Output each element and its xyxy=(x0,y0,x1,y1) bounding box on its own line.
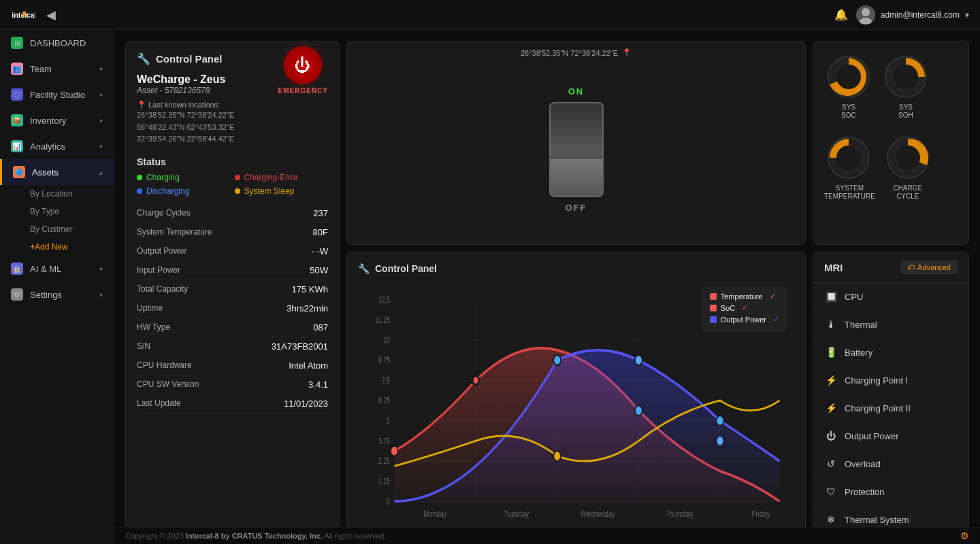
legend-temperature: Temperature ✓ xyxy=(710,292,779,301)
sidebar-label-assets: Assets xyxy=(32,167,59,177)
navbar-right: 🔔 admin@intercal8.com ▾ xyxy=(834,5,969,24)
settings-icon: ⚙ xyxy=(11,288,23,301)
user-email: admin@intercal8.com xyxy=(881,10,960,20)
stats-table: Charge Cycles237System Temperature80FOut… xyxy=(137,204,328,413)
location-label: 📍 Last known locations: xyxy=(137,101,234,109)
navbar: inter cal ◀ 🔔 admin@intercal8.com ▾ xyxy=(0,0,980,30)
stat-label: Charge Cycles xyxy=(137,208,191,218)
stat-value: 50W xyxy=(310,265,328,275)
gauge-charge-cycle: CHARGE CYCLE xyxy=(883,133,932,201)
chart-card: 🔧 Control Panel xyxy=(346,252,806,533)
stat-label: Uptime xyxy=(137,303,163,313)
toggle-container: ON OFF xyxy=(549,86,604,213)
status-system-sleep: System Sleep xyxy=(235,186,329,196)
svg-text:Thursday: Thursday xyxy=(666,508,693,518)
right-panel: MRI 🏷 Advanced 🔲CPU🌡Thermal🔋Battery⚡Char… xyxy=(813,252,969,533)
stat-label: Total Capacity xyxy=(137,284,188,294)
svg-text:2.25: 2.25 xyxy=(378,457,390,466)
table-row: S/N31A73FB2001 xyxy=(137,337,328,356)
charging-error-dot xyxy=(235,175,240,180)
battery-toggle-card: 26°38'52.35"N 72°38'24.22"E 📍 ON OFF xyxy=(346,41,806,245)
right-nav-item-charging-point-ii[interactable]: ⚡Charging Point II xyxy=(813,394,968,422)
system-sleep-dot xyxy=(235,188,240,194)
svg-text:11.25: 11.25 xyxy=(376,316,391,324)
stat-value: 175 KWh xyxy=(292,284,328,294)
table-row: CPU HardwareIntel Atom xyxy=(137,356,328,375)
charging-dot xyxy=(137,175,142,180)
stat-value: 087 xyxy=(313,322,328,333)
gauge-sys-soc-svg xyxy=(824,52,873,101)
sidebar-sub-by-customer[interactable]: By Custmer xyxy=(0,220,114,238)
stat-value: 11/01/2023 xyxy=(284,398,328,409)
soc-legend-dot xyxy=(710,305,717,311)
svg-point-30 xyxy=(635,405,642,415)
device-header-row: WeCharge - Zeus Asset - 5782136578 📍 Las… xyxy=(137,73,328,146)
dropdown-icon[interactable]: ▾ xyxy=(965,10,969,20)
stat-value: 3hrs22min xyxy=(287,303,328,313)
svg-point-3 xyxy=(862,8,870,16)
right-nav-item-charging-point-i[interactable]: ⚡Charging Point I xyxy=(813,367,968,394)
status-grid: Charging Charging-Error Discharging Syst… xyxy=(137,173,328,196)
stat-label: CPU Hardware xyxy=(137,360,192,370)
user-info[interactable]: admin@intercal8.com ▾ xyxy=(856,5,969,24)
svg-text:7.5: 7.5 xyxy=(382,376,390,385)
ai-arrow-icon: ▾ xyxy=(99,265,103,273)
sidebar-item-analytics[interactable]: 📊 Analytics ▾ xyxy=(0,133,114,159)
cpu-icon: 🔲 xyxy=(824,290,838,303)
sidebar-item-facility[interactable]: ⬡ Facility Studio ▾ xyxy=(0,82,114,107)
table-row: Output Power- -W xyxy=(137,242,328,261)
svg-point-29 xyxy=(553,355,561,365)
svg-text:12.5: 12.5 xyxy=(378,296,390,305)
on-label: ON xyxy=(568,86,585,97)
svg-text:Tuesday: Tuesday xyxy=(504,508,529,518)
right-nav-item-battery[interactable]: 🔋Battery xyxy=(813,339,968,367)
status-discharging: Discharging xyxy=(137,186,231,196)
system-sleep-label: System Sleep xyxy=(244,186,295,196)
charging-point-ii-label: Charging Point II xyxy=(845,403,911,413)
right-nav-item-cpu[interactable]: 🔲CPU xyxy=(813,283,968,311)
asset-id: Asset - 5782136578 xyxy=(137,86,234,95)
sidebar-sub-by-location[interactable]: By Location xyxy=(0,185,114,203)
sidebar-label-analytics: Analytics xyxy=(30,141,65,152)
sidebar-item-ai[interactable]: 🤖 AI & ML ▾ xyxy=(0,256,114,282)
gauge-sys-soc: SYS SOC xyxy=(824,52,873,120)
sidebar-item-inventory[interactable]: 📦 Inventory ▾ xyxy=(0,107,114,133)
status-title: Status xyxy=(137,156,328,167)
status-charging: Charging xyxy=(137,173,231,182)
emergency-label: EMERGENCY xyxy=(278,87,328,95)
overload-label: Overload xyxy=(845,459,881,469)
emergency-button[interactable]: ⏻ EMERGENCY xyxy=(278,46,328,95)
svg-text:3.75: 3.75 xyxy=(378,437,390,445)
right-nav-item-thermal[interactable]: 🌡Thermal xyxy=(813,311,968,339)
chart-legend: Temperature ✓ SoC ✓ Output Power ✓ xyxy=(702,286,787,332)
right-nav-item-protection[interactable]: 🛡Protection xyxy=(813,478,968,506)
sidebar-item-settings[interactable]: ⚙ Settings ▾ xyxy=(0,282,114,307)
svg-text:cal: cal xyxy=(27,10,35,18)
facility-icon: ⬡ xyxy=(11,88,23,101)
sidebar-item-dashboard[interactable]: ⊞ DASHBOARD xyxy=(0,30,114,56)
advanced-button[interactable]: 🏷 Advanced xyxy=(900,260,958,274)
battery-visual xyxy=(549,102,604,197)
battery-level xyxy=(551,159,602,196)
right-nav-item-overload[interactable]: ↺Overload xyxy=(813,450,968,478)
stat-label: S/N xyxy=(137,341,150,351)
notification-bell-icon[interactable]: 🔔 xyxy=(834,8,848,21)
stat-label: Input Power xyxy=(137,265,180,275)
right-nav-item-output-power[interactable]: ⏻Output Power xyxy=(813,422,968,450)
back-button[interactable]: ◀ xyxy=(46,7,56,22)
output-power-legend-dot xyxy=(710,316,717,323)
soc-legend-check: ✓ xyxy=(742,303,748,312)
sidebar-add-new[interactable]: +Add New xyxy=(0,238,114,256)
emergency-circle[interactable]: ⏻ xyxy=(284,46,322,84)
table-row: Charge Cycles237 xyxy=(137,204,328,223)
gauge-sys-soc-label: SYS SOC xyxy=(824,103,873,120)
sidebar-item-assets[interactable]: 🔷 Assets ▴ xyxy=(0,159,114,185)
stat-label: Output Power xyxy=(137,246,186,256)
gauge-sys-soh-svg xyxy=(881,52,930,101)
sidebar-item-team[interactable]: 👥 Team ▾ xyxy=(0,56,114,82)
charging-label: Charging xyxy=(146,173,180,182)
wrench-icon: 🔧 xyxy=(137,52,150,65)
svg-text:6.25: 6.25 xyxy=(378,396,390,405)
analytics-icon: 📊 xyxy=(11,140,23,152)
sidebar-sub-by-type[interactable]: By Type xyxy=(0,203,114,220)
